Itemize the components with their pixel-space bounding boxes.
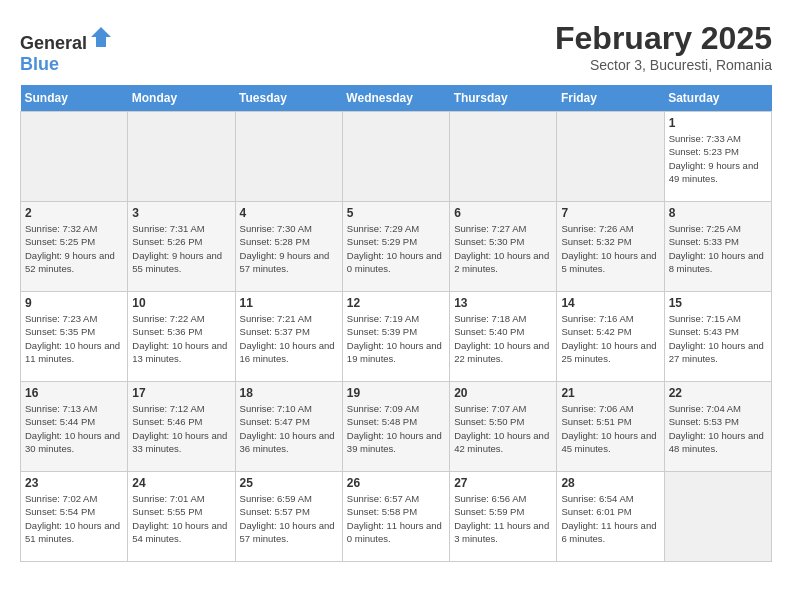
day-number-18: 18 — [240, 386, 338, 400]
day-cell-4: 4Sunrise: 7:30 AM Sunset: 5:28 PM Daylig… — [235, 202, 342, 292]
day-cell-6: 6Sunrise: 7:27 AM Sunset: 5:30 PM Daylig… — [450, 202, 557, 292]
col-header-friday: Friday — [557, 85, 664, 112]
day-cell-28: 28Sunrise: 6:54 AM Sunset: 6:01 PM Dayli… — [557, 472, 664, 562]
col-header-saturday: Saturday — [664, 85, 771, 112]
day-info-6: Sunrise: 7:27 AM Sunset: 5:30 PM Dayligh… — [454, 222, 552, 275]
day-cell-18: 18Sunrise: 7:10 AM Sunset: 5:47 PM Dayli… — [235, 382, 342, 472]
day-cell-13: 13Sunrise: 7:18 AM Sunset: 5:40 PM Dayli… — [450, 292, 557, 382]
title-area: February 2025 Sector 3, Bucuresti, Roman… — [555, 20, 772, 73]
day-number-12: 12 — [347, 296, 445, 310]
day-cell-20: 20Sunrise: 7:07 AM Sunset: 5:50 PM Dayli… — [450, 382, 557, 472]
calendar-title: February 2025 — [555, 20, 772, 57]
day-info-15: Sunrise: 7:15 AM Sunset: 5:43 PM Dayligh… — [669, 312, 767, 365]
col-header-monday: Monday — [128, 85, 235, 112]
day-cell-8: 8Sunrise: 7:25 AM Sunset: 5:33 PM Daylig… — [664, 202, 771, 292]
day-cell-22: 22Sunrise: 7:04 AM Sunset: 5:53 PM Dayli… — [664, 382, 771, 472]
day-info-1: Sunrise: 7:33 AM Sunset: 5:23 PM Dayligh… — [669, 132, 767, 185]
day-info-16: Sunrise: 7:13 AM Sunset: 5:44 PM Dayligh… — [25, 402, 123, 455]
day-number-9: 9 — [25, 296, 123, 310]
day-info-13: Sunrise: 7:18 AM Sunset: 5:40 PM Dayligh… — [454, 312, 552, 365]
week-row-1: 1Sunrise: 7:33 AM Sunset: 5:23 PM Daylig… — [21, 112, 772, 202]
day-cell-14: 14Sunrise: 7:16 AM Sunset: 5:42 PM Dayli… — [557, 292, 664, 382]
day-info-28: Sunrise: 6:54 AM Sunset: 6:01 PM Dayligh… — [561, 492, 659, 545]
day-number-16: 16 — [25, 386, 123, 400]
day-cell-10: 10Sunrise: 7:22 AM Sunset: 5:36 PM Dayli… — [128, 292, 235, 382]
day-number-10: 10 — [132, 296, 230, 310]
day-info-10: Sunrise: 7:22 AM Sunset: 5:36 PM Dayligh… — [132, 312, 230, 365]
day-info-3: Sunrise: 7:31 AM Sunset: 5:26 PM Dayligh… — [132, 222, 230, 275]
col-header-sunday: Sunday — [21, 85, 128, 112]
col-header-thursday: Thursday — [450, 85, 557, 112]
day-info-18: Sunrise: 7:10 AM Sunset: 5:47 PM Dayligh… — [240, 402, 338, 455]
day-cell-empty — [21, 112, 128, 202]
day-number-1: 1 — [669, 116, 767, 130]
day-cell-empty — [235, 112, 342, 202]
day-number-6: 6 — [454, 206, 552, 220]
day-number-27: 27 — [454, 476, 552, 490]
logo-blue: Blue — [20, 54, 59, 74]
logo: General Blue — [20, 25, 113, 75]
day-info-12: Sunrise: 7:19 AM Sunset: 5:39 PM Dayligh… — [347, 312, 445, 365]
day-cell-15: 15Sunrise: 7:15 AM Sunset: 5:43 PM Dayli… — [664, 292, 771, 382]
day-info-9: Sunrise: 7:23 AM Sunset: 5:35 PM Dayligh… — [25, 312, 123, 365]
day-cell-25: 25Sunrise: 6:59 AM Sunset: 5:57 PM Dayli… — [235, 472, 342, 562]
day-info-14: Sunrise: 7:16 AM Sunset: 5:42 PM Dayligh… — [561, 312, 659, 365]
day-number-15: 15 — [669, 296, 767, 310]
day-info-23: Sunrise: 7:02 AM Sunset: 5:54 PM Dayligh… — [25, 492, 123, 545]
day-cell-empty — [557, 112, 664, 202]
day-cell-24: 24Sunrise: 7:01 AM Sunset: 5:55 PM Dayli… — [128, 472, 235, 562]
day-info-8: Sunrise: 7:25 AM Sunset: 5:33 PM Dayligh… — [669, 222, 767, 275]
day-info-19: Sunrise: 7:09 AM Sunset: 5:48 PM Dayligh… — [347, 402, 445, 455]
day-cell-2: 2Sunrise: 7:32 AM Sunset: 5:25 PM Daylig… — [21, 202, 128, 292]
day-info-21: Sunrise: 7:06 AM Sunset: 5:51 PM Dayligh… — [561, 402, 659, 455]
day-number-3: 3 — [132, 206, 230, 220]
day-cell-27: 27Sunrise: 6:56 AM Sunset: 5:59 PM Dayli… — [450, 472, 557, 562]
day-number-11: 11 — [240, 296, 338, 310]
day-cell-26: 26Sunrise: 6:57 AM Sunset: 5:58 PM Dayli… — [342, 472, 449, 562]
day-cell-9: 9Sunrise: 7:23 AM Sunset: 5:35 PM Daylig… — [21, 292, 128, 382]
day-number-2: 2 — [25, 206, 123, 220]
day-info-20: Sunrise: 7:07 AM Sunset: 5:50 PM Dayligh… — [454, 402, 552, 455]
week-row-4: 16Sunrise: 7:13 AM Sunset: 5:44 PM Dayli… — [21, 382, 772, 472]
day-info-2: Sunrise: 7:32 AM Sunset: 5:25 PM Dayligh… — [25, 222, 123, 275]
day-info-24: Sunrise: 7:01 AM Sunset: 5:55 PM Dayligh… — [132, 492, 230, 545]
week-row-2: 2Sunrise: 7:32 AM Sunset: 5:25 PM Daylig… — [21, 202, 772, 292]
day-cell-23: 23Sunrise: 7:02 AM Sunset: 5:54 PM Dayli… — [21, 472, 128, 562]
day-info-25: Sunrise: 6:59 AM Sunset: 5:57 PM Dayligh… — [240, 492, 338, 545]
day-info-17: Sunrise: 7:12 AM Sunset: 5:46 PM Dayligh… — [132, 402, 230, 455]
day-number-5: 5 — [347, 206, 445, 220]
day-info-11: Sunrise: 7:21 AM Sunset: 5:37 PM Dayligh… — [240, 312, 338, 365]
header: General Blue February 2025 Sector 3, Buc… — [20, 20, 772, 75]
day-cell-1: 1Sunrise: 7:33 AM Sunset: 5:23 PM Daylig… — [664, 112, 771, 202]
day-number-24: 24 — [132, 476, 230, 490]
week-row-3: 9Sunrise: 7:23 AM Sunset: 5:35 PM Daylig… — [21, 292, 772, 382]
day-cell-21: 21Sunrise: 7:06 AM Sunset: 5:51 PM Dayli… — [557, 382, 664, 472]
day-cell-7: 7Sunrise: 7:26 AM Sunset: 5:32 PM Daylig… — [557, 202, 664, 292]
day-cell-empty — [450, 112, 557, 202]
col-header-tuesday: Tuesday — [235, 85, 342, 112]
logo-icon — [89, 25, 113, 49]
day-number-19: 19 — [347, 386, 445, 400]
day-cell-5: 5Sunrise: 7:29 AM Sunset: 5:29 PM Daylig… — [342, 202, 449, 292]
header-row: SundayMondayTuesdayWednesdayThursdayFrid… — [21, 85, 772, 112]
day-number-23: 23 — [25, 476, 123, 490]
day-number-4: 4 — [240, 206, 338, 220]
day-cell-17: 17Sunrise: 7:12 AM Sunset: 5:46 PM Dayli… — [128, 382, 235, 472]
day-cell-16: 16Sunrise: 7:13 AM Sunset: 5:44 PM Dayli… — [21, 382, 128, 472]
day-cell-19: 19Sunrise: 7:09 AM Sunset: 5:48 PM Dayli… — [342, 382, 449, 472]
day-cell-empty — [128, 112, 235, 202]
day-number-17: 17 — [132, 386, 230, 400]
day-info-7: Sunrise: 7:26 AM Sunset: 5:32 PM Dayligh… — [561, 222, 659, 275]
logo-general: General — [20, 33, 87, 53]
day-info-26: Sunrise: 6:57 AM Sunset: 5:58 PM Dayligh… — [347, 492, 445, 545]
day-cell-11: 11Sunrise: 7:21 AM Sunset: 5:37 PM Dayli… — [235, 292, 342, 382]
day-cell-empty — [342, 112, 449, 202]
day-number-8: 8 — [669, 206, 767, 220]
day-number-22: 22 — [669, 386, 767, 400]
day-number-13: 13 — [454, 296, 552, 310]
calendar-table: SundayMondayTuesdayWednesdayThursdayFrid… — [20, 85, 772, 562]
day-info-4: Sunrise: 7:30 AM Sunset: 5:28 PM Dayligh… — [240, 222, 338, 275]
col-header-wednesday: Wednesday — [342, 85, 449, 112]
svg-marker-0 — [91, 27, 111, 47]
day-info-22: Sunrise: 7:04 AM Sunset: 5:53 PM Dayligh… — [669, 402, 767, 455]
